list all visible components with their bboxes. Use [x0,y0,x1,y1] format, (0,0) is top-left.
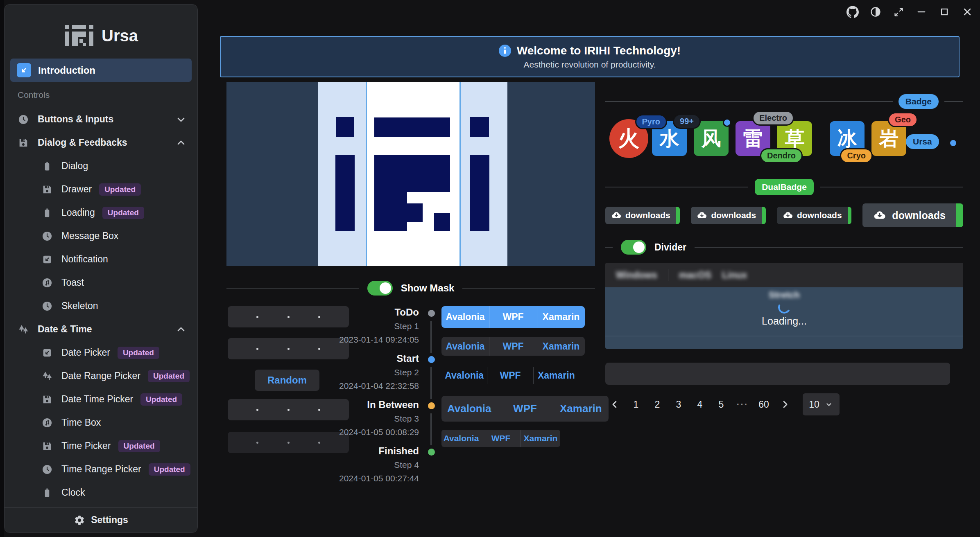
sidebar-item-skeleton[interactable]: Skeleton [5,294,197,318]
xamarin-button[interactable]: Xamarin [533,367,579,384]
sidebar-group-dialog-feedbacks[interactable]: Dialog & Feedbacks [5,131,197,154]
sidebar-nav: Buttons & Inputs Dialog & Feedbacks Dial… [5,108,197,507]
tab-windows[interactable]: Windows [616,270,657,281]
wpf-button[interactable]: WPF [497,396,552,422]
minimize-button[interactable] [915,6,928,18]
app-name: Ursa [102,27,138,45]
random-button[interactable]: Random [255,370,319,391]
page-button-2[interactable]: 2 [648,395,667,414]
sidebar-item-clock[interactable]: Clock [5,481,197,504]
dot-badge [723,118,731,127]
introduction-icon [17,63,31,77]
badge-anemo: 风 [694,121,729,156]
github-icon[interactable] [846,6,859,18]
divider-label: Divider [654,242,686,253]
titlebar [846,6,973,18]
sidebar-item-drawer[interactable]: Drawer Updated [5,178,197,201]
page-button-1[interactable]: 1 [627,395,645,414]
avalonia-button[interactable]: Avalonia [441,337,489,356]
dot-badge [950,140,956,146]
sidebar-item-message-box[interactable]: Message Box [5,224,197,248]
sidebar-group-date-time[interactable]: Date & Time [5,318,197,341]
sidebar-item-dialog[interactable]: Dialog [5,154,197,178]
xamarin-button[interactable]: Xamarin [521,430,560,447]
wpf-button[interactable]: WPF [481,430,521,447]
avalonia-button[interactable]: Avalonia [441,396,497,422]
settings-button[interactable]: Settings [5,507,197,532]
page-size-select[interactable]: 10 [803,393,840,415]
xamarin-button[interactable]: Xamarin [537,306,585,328]
page-button-5[interactable]: 5 [712,395,731,414]
dualbadge-divider: DualBadge [605,178,963,196]
tab-macos[interactable]: macOS [679,270,711,281]
sidebar-item-introduction[interactable]: Introduction [10,59,192,82]
sidebar-item-toast[interactable]: Toast [5,271,197,294]
loading-spinner [777,300,792,315]
edit-icon [41,347,53,359]
electro-badge: Electro [752,111,794,126]
close-button[interactable] [961,6,973,18]
dendro-badge: Dendro [760,148,803,163]
dualbadge-divider-pill: DualBadge [755,179,814,195]
timeline-rail [430,367,432,399]
updated-badge: Updated [102,207,144,219]
downloads-badge: downloads 2.4k [691,207,765,224]
updated-badge: Updated [118,347,159,359]
clock-icon [41,300,53,312]
sidebar-item-notification[interactable]: Notification [5,248,197,271]
button-group-large: Avalonia WPF Xamarin [441,396,609,422]
divider-toggle[interactable] [621,240,646,255]
sidebar-item-date-range-picker[interactable]: Date Range Picker Updated [5,364,197,388]
battery-icon [41,160,53,172]
button-group-dark: Avalonia WPF Xamarin [441,337,585,356]
sidebar-group-navigation-menus[interactable]: Navigation & Menus [5,504,197,507]
badge-divider: Badge [605,93,963,110]
timeline-dot-finished [428,449,435,456]
page-ellipsis[interactable]: ··· [733,395,752,414]
xamarin-button[interactable]: Xamarin [537,337,585,356]
theme-toggle-icon[interactable] [869,6,882,18]
sidebar-item-loading[interactable]: Loading Updated [5,201,197,224]
cloud-download-icon [697,210,707,221]
fullscreen-icon[interactable] [892,6,905,18]
sidebar-item-time-picker[interactable]: Time Picker Updated [5,434,197,458]
welcome-banner: Welcome to IRIHI Technology! Aesthetic r… [220,36,960,77]
wpf-button[interactable]: WPF [487,367,533,384]
wpf-button[interactable]: WPF [489,306,537,328]
clock-icon [41,464,53,475]
show-mask-toggle[interactable] [367,281,393,296]
ursa-pill-badge: Ursa [906,134,939,149]
avalonia-button[interactable]: Avalonia [441,306,489,328]
sidebar-item-date-picker[interactable]: Date Picker Updated [5,341,197,364]
sidebar-group-buttons-inputs[interactable]: Buttons & Inputs [5,108,197,131]
xamarin-button[interactable]: Xamarin [553,396,609,422]
badge-cryo: 冰 Cryo [830,121,865,156]
page-button-4[interactable]: 4 [690,395,709,414]
sidebar-item-time-range-picker[interactable]: Time Range Picker Updated [5,458,197,481]
tab-panel: Windows macOS Linux Stretch Loading... [605,263,963,349]
sidebar-item-date-time-picker[interactable]: Date Time Picker Updated [5,388,197,411]
chevron-up-icon [175,324,187,335]
save-icon [41,394,53,405]
chevron-down-icon [175,114,187,125]
page-button-60[interactable]: 60 [754,395,773,414]
sidebar-item-label: Introduction [38,65,95,76]
geo-badge: Geo [888,112,918,127]
avalonia-button[interactable]: Avalonia [441,367,487,384]
page-next-button[interactable] [776,395,794,414]
maximize-button[interactable] [938,6,951,18]
button-group-borderless: Avalonia WPF Xamarin [441,367,579,384]
sidebar: Ursa Introduction Controls Buttons & Inp… [4,4,198,533]
avalonia-button[interactable]: Avalonia [441,430,481,447]
ursa-logo-icon [64,24,94,47]
page-prev-button[interactable] [605,395,624,414]
page-button-3[interactable]: 3 [669,395,688,414]
sidebar-item-time-box[interactable]: Time Box [5,411,197,434]
downloads-badge: downloads 2.4k [605,207,680,224]
battery-icon [41,487,53,499]
screen-edge [0,0,4,537]
wpf-button[interactable]: WPF [489,337,537,356]
tab-linux[interactable]: Linux [722,270,747,281]
text-input-empty[interactable] [605,363,950,385]
trees-icon [18,324,29,335]
